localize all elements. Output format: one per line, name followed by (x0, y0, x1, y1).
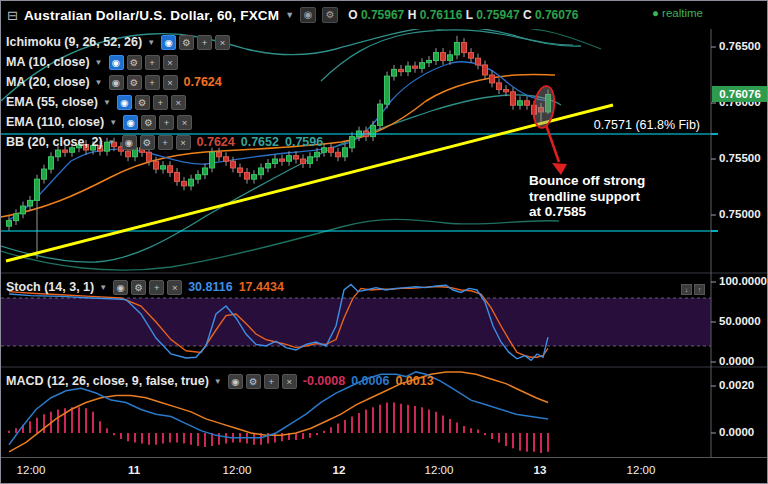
candle (343, 148, 348, 157)
candle (448, 55, 453, 61)
indicator-dropdown-caret[interactable]: ▼ (95, 78, 103, 87)
add-button[interactable]: + (158, 135, 173, 150)
last-price-badge: 0.76076 (712, 86, 768, 102)
indicator-scale-label: 100.0000 (719, 275, 767, 287)
indicator-dropdown-caret[interactable]: ▼ (99, 283, 107, 292)
indicator-legend-row: EMA (55, close)▼◉⚙+× (6, 92, 323, 112)
realtime-label: realtime (662, 7, 703, 19)
settings-button[interactable]: ⚙ (127, 55, 142, 70)
settings-button[interactable]: ⚙ (140, 135, 155, 150)
remove-button[interactable]: × (215, 35, 230, 50)
indicator-dropdown-caret[interactable]: ▼ (214, 377, 222, 386)
visibility-toggle-button[interactable]: ◉ (161, 35, 176, 50)
add-button[interactable]: + (145, 75, 160, 90)
visibility-toggle-button[interactable]: ◉ (123, 115, 138, 130)
visibility-toggle-button[interactable]: ◉ (122, 135, 137, 150)
indicator-dropdown-caret[interactable]: ▼ (109, 118, 117, 127)
add-button[interactable]: + (145, 55, 160, 70)
remove-button[interactable]: × (177, 115, 192, 130)
remove-button[interactable]: × (163, 75, 178, 90)
candle (126, 151, 131, 157)
annotation-line: trendline support (529, 189, 645, 205)
add-button[interactable]: + (264, 374, 279, 389)
candle (504, 90, 509, 92)
price-tick-label: 0.75000 (719, 208, 761, 220)
visibility-toggle-button[interactable]: ◉ (109, 55, 124, 70)
candle (308, 157, 313, 164)
candle (413, 66, 418, 68)
time-tick-label: 12:00 (223, 464, 252, 476)
time-axis[interactable]: 12:001112:001212:001312:00 (1, 458, 768, 484)
settings-button[interactable]: ⚙ (179, 35, 194, 50)
pane-move-down-button[interactable]: ↓ (681, 284, 692, 295)
indicator-scale-label: 0.0000 (719, 426, 754, 438)
candle (455, 43, 460, 55)
indicator-dropdown-caret[interactable]: ▼ (103, 98, 111, 107)
candle (245, 172, 250, 179)
add-button[interactable]: + (197, 35, 212, 50)
indicator-value: 0.7596 (285, 135, 323, 149)
settings-button[interactable]: ⚙ (127, 75, 142, 90)
candle (147, 152, 152, 161)
pane-move-up-button[interactable]: ↑ (694, 284, 705, 295)
realtime-dot-icon: ● (652, 7, 659, 19)
open-value: 0.75967 (361, 8, 404, 22)
candle (329, 148, 334, 152)
candle (497, 83, 502, 90)
candle (203, 168, 208, 175)
indicator-legend-row: MA (10, close)▼◉⚙+× (6, 52, 323, 72)
visibility-toggle-button[interactable]: ◉ (117, 95, 132, 110)
candle (399, 69, 404, 71)
candle (469, 53, 474, 59)
add-button[interactable]: + (159, 115, 174, 130)
close-label: C (523, 8, 532, 22)
highlight-ellipse-drawing[interactable] (531, 85, 557, 129)
price-tick-label: 0.75500 (719, 152, 761, 164)
visibility-toggle-button[interactable]: ◉ (109, 75, 124, 90)
visibility-toggle-button[interactable]: ◉ (228, 374, 243, 389)
indicator-dropdown-caret[interactable]: ▼ (108, 138, 116, 147)
remove-button[interactable]: × (167, 280, 182, 295)
settings-button[interactable]: ⚙ (246, 374, 261, 389)
remove-button[interactable]: × (282, 374, 297, 389)
symbol-dropdown-caret[interactable]: ▼ (285, 10, 294, 20)
fib-level-label: 0.7571 (61.8% Fib) (594, 118, 700, 132)
candle (483, 65, 488, 75)
price-axis[interactable]: 0.765000.760000.755000.750000.76076100.0… (711, 29, 768, 458)
candle (476, 58, 481, 65)
annotation-line: at 0.7585 (529, 204, 645, 220)
add-button[interactable]: + (149, 280, 164, 295)
series-visibility-button[interactable]: ◉ (300, 7, 316, 23)
low-label: L (466, 8, 473, 22)
indicator-label: MA (20, close) (6, 75, 90, 89)
indicator-label: MACD (12, 26, close, 9, false, true) (6, 374, 209, 388)
settings-button[interactable]: ⚙ (135, 95, 150, 110)
settings-button[interactable]: ⚙ (131, 280, 146, 295)
symbol-title[interactable]: Australian Dollar/U.S. Dollar, 60, FXCM (24, 8, 279, 23)
indicator-scale-label: 50.0000 (719, 315, 761, 327)
candle (392, 69, 397, 76)
indicator-value: 0.0006 (351, 374, 389, 388)
annotation-arrow-line[interactable] (546, 125, 559, 162)
remove-button[interactable]: × (171, 95, 186, 110)
visibility-toggle-button[interactable]: ◉ (113, 280, 128, 295)
macd-legend-row: MACD (12, 26, close, 9, false, true)▼◉⚙+… (6, 371, 434, 391)
annotation-note[interactable]: Bounce off strong trendline support at 0… (529, 173, 645, 220)
candle (266, 163, 271, 167)
settings-button[interactable]: ⚙ (141, 115, 156, 130)
remove-button[interactable]: × (176, 135, 191, 150)
indicator-label: BB (20, close, 2) (6, 135, 103, 149)
stoch-overbought-oversold-band (1, 298, 711, 346)
main-indicator-legend: Ichimoku (9, 26, 52, 26)▼◉⚙+×MA (10, clo… (6, 32, 323, 152)
candle (434, 53, 439, 61)
collapse-panel-icon[interactable]: ⊟ (7, 8, 18, 23)
add-button[interactable]: + (153, 95, 168, 110)
candle (378, 104, 383, 125)
indicator-dropdown-caret[interactable]: ▼ (147, 38, 155, 47)
time-tick-label: 12 (333, 464, 346, 476)
remove-button[interactable]: × (163, 55, 178, 70)
series-settings-button[interactable]: ⚙ (322, 7, 338, 23)
candle (294, 156, 299, 159)
indicator-dropdown-caret[interactable]: ▼ (95, 58, 103, 67)
annotation-line: Bounce off strong (529, 173, 645, 189)
